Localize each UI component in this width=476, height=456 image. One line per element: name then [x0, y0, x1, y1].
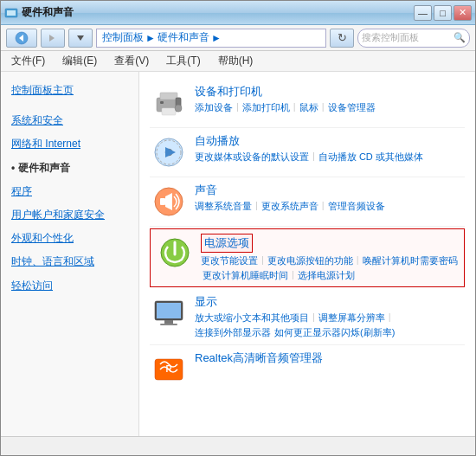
- svg-rect-21: [157, 303, 181, 318]
- path-segment-2[interactable]: 硬件和声音: [158, 30, 209, 45]
- svg-marker-4: [49, 35, 55, 42]
- content-panel: 设备和打印机 添加设备 | 添加打印机 | 鼠标 | 设备管理器: [139, 72, 475, 436]
- power-sleep-time-link[interactable]: 更改计算机睡眠时间: [203, 269, 288, 282]
- search-placeholder: 搜索控制面板: [362, 31, 419, 44]
- window-icon: [4, 6, 18, 20]
- sidebar-item-programs[interactable]: 程序: [1, 180, 138, 203]
- svg-rect-8: [160, 93, 177, 100]
- search-icon: 🔍: [453, 32, 466, 43]
- display-title[interactable]: 显示: [195, 294, 217, 310]
- sound-title[interactable]: 声音: [195, 183, 217, 198]
- menu-help[interactable]: 帮助(H): [215, 52, 257, 70]
- category-power-options: 电源选项 更改节能设置 | 更改电源按钮的功能 | 唤醒计算机时需要密码 更改计…: [150, 228, 465, 287]
- svg-rect-7: [160, 101, 164, 104]
- category-autoplay: 自动播放 更改媒体或设备的默认设置 | 自动播放 CD 或其他媒体: [150, 128, 465, 177]
- sidebar: 控制面板主页 系统和安全 网络和 Internet 硬件和声音 程序 用户帐户和…: [1, 72, 139, 436]
- sound-links: 调整系统音量 | 更改系统声音 | 管理音频设备: [195, 200, 465, 213]
- autoplay-icon: [150, 133, 188, 171]
- power-options-links: 更改节能设置 | 更改电源按钮的功能 | 唤醒计算机时需要密码 更改计算机睡眠时…: [201, 254, 459, 282]
- power-options-content: 电源选项 更改节能设置 | 更改电源按钮的功能 | 唤醒计算机时需要密码 更改计…: [201, 234, 459, 282]
- display-links: 放大或缩小文本和其他项目 | 调整屏幕分辨率 | 连接到外部显示器 如何更正显示…: [195, 311, 465, 339]
- menu-tools[interactable]: 工具(T): [163, 52, 203, 70]
- sidebar-item-clock-region[interactable]: 时钟、语言和区域: [1, 250, 138, 273]
- search-box[interactable]: 搜索控制面板 🔍: [357, 29, 470, 48]
- power-button-function-link[interactable]: 更改电源按钮的功能: [267, 254, 353, 267]
- menu-bar: 文件(F) 编辑(E) 查看(V) 工具(T) 帮助(H): [1, 51, 475, 72]
- svg-rect-17: [160, 198, 165, 205]
- display-icon: [150, 294, 188, 332]
- address-path[interactable]: 控制面板 ► 硬件和声音 ►: [96, 29, 326, 48]
- window-controls: — □ ✕: [414, 5, 472, 21]
- devices-printers-icon: [150, 84, 188, 122]
- autoplay-change-link[interactable]: 更改媒体或设备的默认设置: [195, 151, 309, 164]
- svg-rect-22: [164, 320, 173, 324]
- power-plan-link[interactable]: 选择电源计划: [298, 269, 355, 282]
- adjust-volume-link[interactable]: 调整系统音量: [195, 200, 252, 213]
- recent-button[interactable]: [68, 29, 93, 48]
- category-realtek: R Realtek高清晰音频管理器: [150, 345, 465, 394]
- refresh-button[interactable]: ↻: [330, 29, 354, 48]
- autoplay-links: 更改媒体或设备的默认设置 | 自动播放 CD 或其他媒体: [195, 151, 465, 164]
- devices-printers-content: 设备和打印机 添加设备 | 添加打印机 | 鼠标 | 设备管理器: [195, 84, 465, 114]
- devices-printers-links: 添加设备 | 添加打印机 | 鼠标 | 设备管理器: [195, 101, 465, 114]
- path-segment-1[interactable]: 控制面板: [102, 30, 144, 45]
- realtek-content: Realtek高清晰音频管理器: [195, 350, 465, 368]
- svg-rect-1: [7, 10, 16, 16]
- display-text-size-link[interactable]: 放大或缩小文本和其他项目: [195, 311, 309, 324]
- back-button[interactable]: [6, 29, 37, 48]
- category-display: 显示 放大或缩小文本和其他项目 | 调整屏幕分辨率 | 连接到外部显示器 如何更…: [150, 289, 465, 345]
- display-content: 显示 放大或缩小文本和其他项目 | 调整屏幕分辨率 | 连接到外部显示器 如何更…: [195, 294, 465, 339]
- sidebar-item-network-internet[interactable]: 网络和 Internet: [1, 132, 138, 156]
- minimize-button[interactable]: —: [414, 5, 432, 21]
- sidebar-item-ease-access[interactable]: 轻松访问: [1, 274, 138, 298]
- realtek-title[interactable]: Realtek高清晰音频管理器: [195, 350, 323, 366]
- path-sep-1: ►: [145, 32, 156, 44]
- realtek-icon: R: [150, 350, 188, 389]
- devices-printers-title[interactable]: 设备和打印机: [195, 84, 262, 100]
- autoplay-content: 自动播放 更改媒体或设备的默认设置 | 自动播放 CD 或其他媒体: [195, 133, 465, 164]
- forward-button[interactable]: [41, 29, 65, 48]
- svg-rect-9: [162, 108, 176, 115]
- window-title: 硬件和声音: [22, 5, 414, 20]
- close-button[interactable]: ✕: [453, 5, 472, 21]
- svg-marker-5: [77, 35, 84, 41]
- manage-audio-link[interactable]: 管理音频设备: [328, 200, 385, 213]
- sound-icon: [150, 183, 188, 221]
- menu-view[interactable]: 查看(V): [111, 52, 152, 70]
- power-options-title[interactable]: 电源选项: [201, 234, 253, 253]
- power-options-icon: [156, 234, 194, 272]
- sidebar-item-controlpanel-home[interactable]: 控制面板主页: [1, 79, 138, 102]
- display-flicker-link[interactable]: 如何更正显示器闪烁(刷新率): [274, 326, 395, 339]
- add-device-link[interactable]: 添加设备: [195, 101, 233, 114]
- menu-edit[interactable]: 编辑(E): [59, 52, 100, 70]
- device-manager-link[interactable]: 设备管理器: [328, 101, 376, 114]
- title-bar: 硬件和声音 — □ ✕: [1, 1, 475, 25]
- category-devices-printers: 设备和打印机 添加设备 | 添加打印机 | 鼠标 | 设备管理器: [150, 79, 465, 128]
- add-printer-link[interactable]: 添加打印机: [242, 101, 290, 114]
- maximize-button[interactable]: □: [434, 5, 452, 21]
- sidebar-item-appearance[interactable]: 外观和个性化: [1, 227, 138, 250]
- mouse-link[interactable]: 鼠标: [299, 101, 318, 114]
- menu-file[interactable]: 文件(F): [8, 52, 48, 70]
- autoplay-cd-link[interactable]: 自动播放 CD 或其他媒体: [318, 151, 423, 164]
- autoplay-title[interactable]: 自动播放: [195, 133, 240, 149]
- main-window: 硬件和声音 — □ ✕ 控制面板 ► 硬件和声音: [0, 0, 476, 456]
- display-resolution-link[interactable]: 调整屏幕分辨率: [318, 311, 385, 324]
- address-bar: 控制面板 ► 硬件和声音 ► ↻ 搜索控制面板 🔍: [1, 25, 475, 51]
- status-bar: [1, 436, 475, 455]
- display-external-link[interactable]: 连接到外部显示器: [195, 326, 271, 339]
- power-wake-password-link[interactable]: 唤醒计算机时需要密码: [363, 254, 458, 267]
- sidebar-item-hardware-sound: 硬件和声音: [1, 157, 138, 180]
- change-sound-link[interactable]: 更改系统声音: [261, 200, 318, 213]
- path-sep-2: ►: [211, 32, 222, 44]
- category-sound: 声音 调整系统音量 | 更改系统声音 | 管理音频设备: [150, 177, 465, 227]
- main-area: 控制面板主页 系统和安全 网络和 Internet 硬件和声音 程序 用户帐户和…: [1, 72, 475, 436]
- power-change-saving-link[interactable]: 更改节能设置: [201, 254, 258, 267]
- sidebar-item-system-security[interactable]: 系统和安全: [1, 109, 138, 132]
- svg-rect-23: [160, 324, 177, 325]
- sound-content: 声音 调整系统音量 | 更改系统声音 | 管理音频设备: [195, 183, 465, 213]
- sidebar-item-user-accounts[interactable]: 用户帐户和家庭安全: [1, 203, 138, 227]
- svg-point-11: [175, 105, 182, 112]
